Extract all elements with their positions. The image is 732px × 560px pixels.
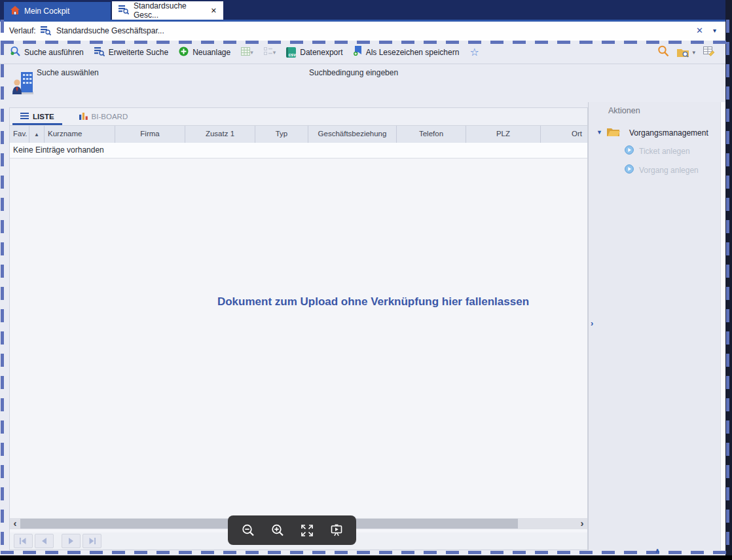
sort-ascending-icon: ▲ (34, 132, 39, 138)
first-page-button[interactable] (14, 534, 33, 548)
tree-expanded-icon[interactable]: ▼ (596, 129, 602, 136)
column-header-kurzname[interactable]: Kurzname (45, 126, 115, 143)
history-caret-icon[interactable]: ▾ (713, 27, 716, 34)
action-ticket-anlegen[interactable]: Ticket anlegen (625, 145, 690, 157)
result-list-panel: LISTE BI-BOARD Fav. ▲ Kurzname Firma Zus… (9, 107, 588, 550)
next-page-button[interactable] (62, 534, 81, 548)
tab-label: Standardsuche Gesc... (134, 1, 206, 20)
tab-label: Mein Cockpit (24, 7, 69, 16)
bookmark-icon (354, 46, 362, 58)
column-header-geschaeftsbeziehung[interactable]: Geschäftsbeziehung (308, 126, 397, 143)
favorite-star-icon[interactable]: ☆ (469, 46, 479, 58)
actions-panel: Aktionen ▼ Vorgangsmanagement Ticket anl… (588, 102, 720, 550)
grid-icon (241, 47, 250, 58)
tab-mein-cockpit[interactable]: Mein Cockpit (4, 2, 111, 20)
play-circle-icon (625, 145, 634, 157)
new-record-button[interactable]: Neuanlage (179, 47, 230, 58)
drop-border-left (1, 20, 4, 552)
presentation-icon[interactable] (327, 521, 346, 540)
zoom-in-icon[interactable] (268, 521, 287, 540)
person-search-icon (10, 46, 20, 58)
column-header-firma[interactable]: Firma (115, 126, 185, 143)
search-list-icon (94, 47, 105, 58)
search-list-icon (41, 26, 51, 37)
history-entry[interactable]: Standardsuche Geschäftspar... (56, 26, 164, 35)
close-history-icon[interactable]: ✕ (696, 26, 703, 35)
caret-down-icon: ▾ (250, 49, 253, 56)
select-search-label: Suche auswählen (37, 68, 99, 77)
scroll-right-icon[interactable]: › (577, 518, 587, 529)
form-list-icon (264, 47, 273, 57)
list-icon (20, 113, 29, 121)
column-header-ort[interactable]: Ort (541, 126, 587, 143)
search-selection-row: Suche auswählen Standardsuche Geschäftsp… (0, 64, 725, 102)
data-export-button[interactable]: csv Datenexport (286, 47, 342, 58)
column-header-fav[interactable]: Fav. (10, 126, 29, 143)
home-icon (10, 6, 20, 16)
table-header: Fav. ▲ Kurzname Firma Zusatz 1 Typ Gesch… (10, 126, 587, 143)
drop-border-top (1, 41, 729, 44)
caret-down-icon: ▾ (692, 49, 695, 56)
table-view-dropdown[interactable]: ▾ (241, 47, 253, 58)
action-group-vorgangsmanagement[interactable]: Vorgangsmanagement (629, 128, 708, 138)
last-page-button[interactable] (82, 534, 101, 548)
folder-search-dropdown[interactable]: ▾ (677, 48, 695, 58)
caret-down-icon: ▾ (273, 49, 276, 56)
tab-standardsuche[interactable]: Standardsuche Gesc... ✕ (112, 1, 223, 20)
column-header-telefon[interactable]: Telefon (397, 126, 466, 143)
zoom-out-icon[interactable] (238, 521, 258, 540)
panel-expand-icon[interactable]: › (591, 318, 593, 328)
plus-circle-icon (179, 47, 189, 58)
application-window: Mein Cockpit Standardsuche Gesc... ✕ Ver… (0, 0, 732, 555)
history-bar: Verlauf: Standardsuche Geschäftspar... ✕… (0, 22, 725, 41)
scroll-left-icon[interactable]: ‹ (10, 518, 20, 529)
right-scroll-gutter (720, 102, 725, 550)
column-header-typ[interactable]: Typ (255, 126, 308, 143)
previous-page-button[interactable] (35, 534, 54, 548)
view-tab-bar: LISTE BI-BOARD (10, 108, 587, 126)
tab-bi-board[interactable]: BI-BOARD (71, 108, 136, 125)
main-toolbar: Suche ausführen Erweiterte Suche Neuanla… (0, 41, 725, 64)
business-partner-icon (12, 71, 34, 98)
play-circle-icon (625, 164, 634, 176)
condition-label: Suchbedingung eingeben (309, 68, 398, 77)
csv-file-icon: csv (286, 47, 296, 58)
empty-result-message: Keine Einträge vorhanden (10, 143, 587, 159)
history-label: Verlauf: (9, 26, 36, 35)
advanced-search-button[interactable]: Erweiterte Suche (94, 47, 168, 58)
column-header-zusatz1[interactable]: Zusatz 1 (185, 126, 255, 143)
action-vorgang-anlegen[interactable]: Vorgang anlegen (625, 164, 699, 176)
run-search-button[interactable]: Suche ausführen (10, 46, 84, 58)
fullscreen-icon[interactable] (297, 521, 317, 540)
panel-collapse-icon[interactable]: ∧ (655, 547, 660, 554)
column-header-sort[interactable]: ▲ (29, 126, 45, 143)
document-drop-hint: Dokument zum Upload ohne Verknüpfung hie… (157, 295, 589, 308)
form-view-dropdown[interactable]: ▾ (264, 47, 276, 57)
drop-border-bottom (1, 551, 729, 554)
folder-icon (607, 127, 620, 139)
search-magnifier-icon[interactable] (657, 45, 669, 60)
save-bookmark-button[interactable]: Als Lesezeichen speichern (354, 46, 460, 58)
close-tab-icon[interactable]: ✕ (211, 7, 217, 15)
drop-border-right (726, 20, 729, 552)
actions-title: Aktionen (608, 106, 640, 115)
tab-liste[interactable]: LISTE (12, 108, 62, 125)
search-list-icon (119, 5, 129, 16)
column-header-plz[interactable]: PLZ (466, 126, 541, 143)
toolbar-right-group: ▾ (657, 41, 715, 64)
zoom-toolbar (228, 515, 356, 545)
bar-chart-icon (79, 112, 88, 121)
table-edit-icon[interactable] (703, 46, 715, 59)
